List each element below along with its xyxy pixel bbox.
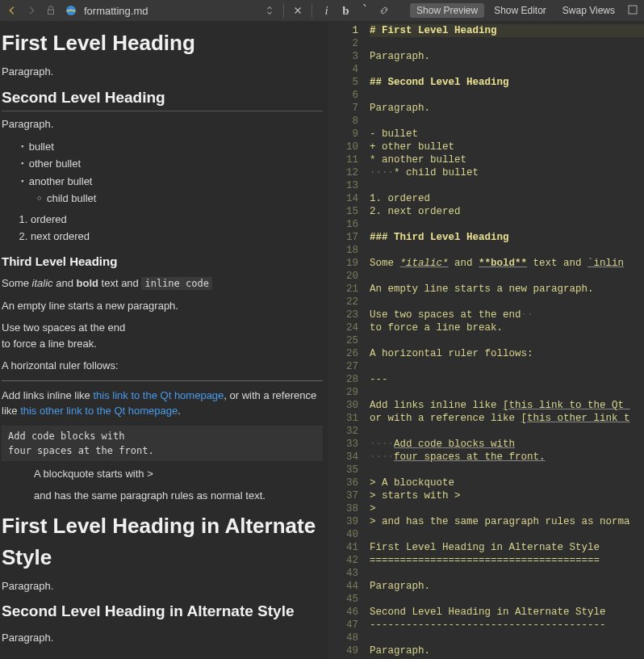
line-number: 1 bbox=[328, 24, 358, 37]
code-segment: Paragraph. bbox=[370, 581, 430, 592]
code-line[interactable] bbox=[370, 386, 644, 399]
code-line[interactable]: First Level Heading in Alternate Style bbox=[370, 541, 644, 554]
link-button[interactable] bbox=[375, 2, 393, 19]
code-line[interactable]: 2. next ordered bbox=[370, 205, 644, 218]
code-line[interactable]: Paragraph. bbox=[370, 50, 644, 63]
back-button[interactable] bbox=[3, 2, 21, 19]
code-segment: ·· bbox=[521, 309, 533, 321]
preview-h1-alt: First Level Heading in Alternate Style bbox=[2, 510, 323, 573]
preview-bullet-list: bullet other bullet another bullet child… bbox=[21, 139, 323, 207]
show-preview-button[interactable]: Show Preview bbox=[410, 3, 484, 18]
line-gutter: 1234567891011121314151617181920212223242… bbox=[328, 21, 365, 659]
preview-paragraph: A horizontal ruler follows: bbox=[2, 358, 323, 374]
code-line[interactable]: Use two spaces at the end·· bbox=[370, 309, 644, 321]
code-line[interactable]: Add links inline like [this link to the … bbox=[370, 399, 644, 412]
list-item: next ordered bbox=[31, 229, 323, 245]
lock-icon bbox=[45, 5, 56, 16]
close-button[interactable] bbox=[289, 2, 307, 19]
code-line[interactable] bbox=[370, 218, 644, 231]
code-line[interactable]: Paragraph. bbox=[370, 644, 644, 657]
code-line[interactable] bbox=[370, 567, 644, 580]
code-line[interactable]: * another bullet bbox=[370, 153, 644, 166]
code-segment: Paragraph. bbox=[370, 103, 430, 114]
code-line[interactable] bbox=[370, 89, 644, 102]
code-line[interactable] bbox=[370, 464, 644, 476]
code-line[interactable]: ## Second Level Heading bbox=[370, 76, 644, 89]
line-number: 9 bbox=[328, 128, 358, 141]
preview-bullet-sublist: child bullet bbox=[37, 191, 323, 207]
code-segment: ···· bbox=[370, 451, 394, 463]
preview-pane[interactable]: First Level Heading Paragraph. Second Le… bbox=[0, 21, 328, 659]
editor-pane[interactable]: 1234567891011121314151617181920212223242… bbox=[328, 21, 644, 659]
code-line[interactable]: --- bbox=[370, 373, 644, 386]
code-segment: [this other link t bbox=[521, 413, 630, 424]
code-line[interactable] bbox=[370, 425, 644, 438]
line-number: 22 bbox=[328, 296, 358, 309]
code-line[interactable] bbox=[370, 270, 644, 283]
code-line[interactable]: ····Add code blocks with bbox=[370, 438, 644, 451]
code-segment: Add code blocks with bbox=[394, 439, 515, 450]
code-line[interactable]: Some *italic* and **bold** text and `inl… bbox=[370, 257, 644, 270]
line-number: 5 bbox=[328, 76, 358, 89]
code-line[interactable] bbox=[370, 37, 644, 50]
code-line[interactable]: > and has the same paragraph rules as no… bbox=[370, 515, 644, 528]
code-segment: Some bbox=[370, 258, 400, 269]
forward-button[interactable] bbox=[23, 2, 40, 19]
code-line[interactable]: Paragraph. bbox=[370, 102, 644, 115]
code-line[interactable]: ····four spaces at the front. bbox=[370, 451, 644, 464]
code-line[interactable] bbox=[370, 528, 644, 541]
code-line[interactable] bbox=[370, 593, 644, 606]
code-line[interactable] bbox=[370, 179, 644, 192]
updown-button[interactable] bbox=[261, 2, 278, 19]
line-number: 13 bbox=[328, 179, 358, 192]
line-number: 40 bbox=[328, 528, 358, 541]
code-button[interactable]: ` bbox=[356, 2, 374, 19]
code-line[interactable]: > starts with > bbox=[370, 489, 644, 502]
code-line[interactable]: Second Level Heading in Alternate Style bbox=[370, 606, 644, 619]
swap-views-button[interactable]: Swap Views bbox=[556, 3, 621, 18]
code-line[interactable]: # First Level Heading bbox=[370, 24, 644, 37]
code-line[interactable] bbox=[370, 632, 644, 644]
preview-link[interactable]: this other link to the Qt homepage bbox=[20, 405, 178, 417]
code-line[interactable]: Paragraph. bbox=[370, 580, 644, 593]
code-segment: or with a reference like bbox=[370, 413, 521, 424]
code-line[interactable]: ····* child bullet bbox=[370, 166, 644, 179]
line-number: 21 bbox=[328, 283, 358, 296]
code-line[interactable] bbox=[370, 334, 644, 347]
code-line[interactable]: A horizontal ruler follows: bbox=[370, 347, 644, 360]
code-line[interactable]: An empty line starts a new paragraph. bbox=[370, 283, 644, 296]
lock-button[interactable] bbox=[42, 2, 60, 19]
code-line[interactable]: or with a reference like [this other lin… bbox=[370, 412, 644, 425]
code-area[interactable]: # First Level Heading Paragraph. ## Seco… bbox=[365, 21, 644, 659]
svg-rect-2 bbox=[629, 6, 637, 14]
code-line[interactable]: - bullet bbox=[370, 128, 644, 141]
code-segment: *italic* bbox=[400, 258, 449, 269]
updown-icon bbox=[264, 5, 275, 16]
code-line[interactable] bbox=[370, 360, 644, 373]
code-segment: > and has the same paragraph rules as no… bbox=[370, 516, 630, 527]
code-line[interactable]: to force a line break. bbox=[370, 321, 644, 334]
code-line[interactable]: + other bullet bbox=[370, 141, 644, 153]
italic-button[interactable]: i bbox=[317, 2, 335, 19]
preview-link[interactable]: this link to the Qt homepage bbox=[93, 389, 224, 401]
bold-button[interactable]: b bbox=[337, 2, 354, 19]
code-line[interactable]: 1. ordered bbox=[370, 192, 644, 205]
ie-icon bbox=[65, 4, 77, 17]
code-line[interactable]: ====================================== bbox=[370, 554, 644, 567]
code-line[interactable] bbox=[370, 244, 644, 257]
code-line[interactable] bbox=[370, 63, 644, 76]
show-editor-button[interactable]: Show Editor bbox=[487, 3, 553, 18]
code-line[interactable]: --------------------------------------- bbox=[370, 619, 644, 632]
code-line[interactable] bbox=[370, 296, 644, 309]
code-line[interactable]: > A blockquote bbox=[370, 476, 644, 489]
expand-button[interactable] bbox=[625, 5, 641, 17]
code-line[interactable]: ### Third Level Heading bbox=[370, 231, 644, 244]
line-number: 48 bbox=[328, 632, 358, 644]
code-line[interactable]: > bbox=[370, 502, 644, 515]
code-segment: ···· bbox=[370, 167, 394, 178]
filename-label: formatting.md bbox=[84, 5, 148, 17]
line-number: 24 bbox=[328, 321, 358, 334]
line-number: 27 bbox=[328, 360, 358, 373]
format-group: i b ` bbox=[261, 2, 393, 19]
code-line[interactable] bbox=[370, 115, 644, 128]
